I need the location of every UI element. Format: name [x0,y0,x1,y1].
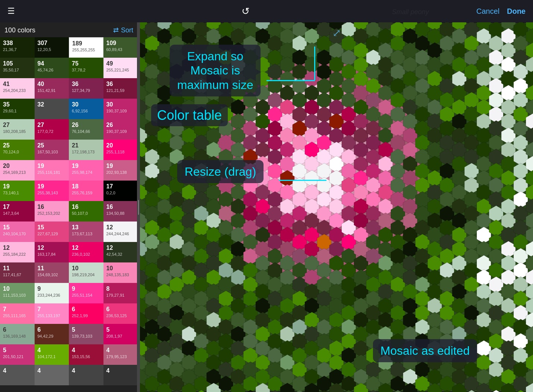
sort-button[interactable]: ⇄ Sort [113,26,133,34]
color-cell[interactable]: 27177,0,72 [35,119,69,140]
color-cell[interactable]: 4104,172,1 [35,344,69,365]
color-cell[interactable]: 9255,51,154 [69,283,103,303]
color-cell[interactable]: 12244,244,246 [103,222,138,242]
color-cell[interactable]: 4179,95,123 [103,344,138,365]
color-cell[interactable]: 30712,20,5 [35,37,69,58]
color-cell[interactable]: 12236,0,102 [69,242,103,262]
cancel-button[interactable]: Cancel [476,7,500,16]
color-cell[interactable]: 189255,255,255 [69,37,103,58]
color-cell[interactable]: 12163,17,84 [35,242,69,262]
color-cell[interactable]: 5139,73,103 [69,324,103,344]
color-cell[interactable]: 18255,76,159 [69,181,103,201]
color-count: 100 colors [4,26,35,34]
color-cell[interactable]: 10198,219,204 [69,262,103,283]
color-cell[interactable]: 6252,1,99 [69,303,103,324]
top-bar-right: Cancel Done [476,7,526,16]
color-cell[interactable]: 6136,169,148 [0,324,35,344]
color-grid: 33821,36,7 30712,20,5 189255,255,255 109… [0,37,138,385]
color-cell[interactable]: 33821,36,7 [0,37,35,58]
top-bar: ☰ ↺ Cancel Done [0,0,533,22]
color-cell[interactable]: 21172,198,173 [69,140,103,160]
color-cell[interactable]: 40151,42,91 [35,78,69,99]
panel-header: 100 colors ⇄ Sort [0,22,138,37]
color-cell[interactable]: 16134,50,88 [103,201,138,222]
color-cell[interactable]: 2570,124,0 [0,140,35,160]
expand-icon[interactable]: ⤢ [332,27,341,39]
color-cell[interactable]: 27180,208,185 [0,119,35,140]
color-cell[interactable]: 41254,204,233 [0,78,35,99]
mosaic-canvas [140,22,533,392]
color-cell[interactable]: 1650,107,0 [69,201,103,222]
color-cell[interactable]: 2676,104,66 [69,119,103,140]
color-cell[interactable]: 10960,89,43 [103,37,138,58]
color-cell[interactable]: 5201,50,121 [0,344,35,365]
color-cell[interactable]: 36121,21,59 [103,78,138,99]
color-cell[interactable]: 1242,54,32 [103,242,138,262]
color-cell[interactable]: 9233,244,236 [35,283,69,303]
color-cell[interactable]: 12255,184,222 [0,242,35,262]
color-cell[interactable]: 19255,38,143 [35,181,69,201]
color-cell[interactable]: 20254,169,213 [0,160,35,181]
hamburger-icon[interactable]: ☰ [7,6,15,16]
color-cell[interactable]: 7255,133,197 [35,303,69,324]
color-cell[interactable]: 30190,37,109 [103,99,138,119]
color-cell[interactable]: 4 [0,365,35,385]
color-cell[interactable]: 19255,116,181 [35,160,69,181]
color-cell[interactable]: 10248,135,183 [103,262,138,283]
color-cell[interactable]: 20255,1,118 [103,140,138,160]
color-cell[interactable]: 306,92,156 [69,99,103,119]
color-cell[interactable]: 11154,69,102 [35,262,69,283]
color-cell[interactable]: 4 [69,365,103,385]
color-cell[interactable]: 25167,50,103 [35,140,69,160]
resize-handle[interactable] [137,22,140,392]
sort-label: Sort [121,26,133,34]
undo-icon[interactable]: ↺ [242,6,250,17]
color-cell[interactable]: 16252,153,202 [35,201,69,222]
color-cell[interactable]: 26190,37,109 [103,119,138,140]
color-cell[interactable]: 8179,27,91 [103,283,138,303]
color-cell[interactable]: 4 [35,365,69,385]
color-cell[interactable]: 32 [35,99,69,119]
color-cell[interactable]: 9445,74,26 [35,58,69,78]
color-cell[interactable]: 17147,3,64 [0,201,35,222]
main-area: ⤢ Expand so Mosaic is maximum size Resiz… [140,22,533,392]
color-cell[interactable]: 11117,41,67 [0,262,35,283]
color-cell[interactable]: 15240,104,170 [0,222,35,242]
color-cell[interactable]: 7537,78,2 [69,58,103,78]
done-button[interactable]: Done [507,7,526,16]
color-cell[interactable]: 10535,50,17 [0,58,35,78]
color-cell[interactable]: 49255,221,245 [103,58,138,78]
left-panel[interactable]: 100 colors ⇄ Sort 33821,36,7 30712,20,5 … [0,22,138,392]
color-cell[interactable]: 1973,140,1 [0,181,35,201]
color-cell[interactable]: 19255,98,174 [69,160,103,181]
color-cell[interactable]: 4153,15,56 [69,344,103,365]
color-cell[interactable]: 7255,111,165 [0,303,35,324]
color-cell[interactable]: 13173,67,113 [69,222,103,242]
color-cell[interactable]: 4 [103,365,138,385]
color-cell[interactable]: 170,2,0 [103,181,138,201]
color-cell[interactable]: 3529,60,1 [0,99,35,119]
color-cell[interactable]: 10111,153,103 [0,283,35,303]
color-cell[interactable]: 15227,67,129 [35,222,69,242]
color-cell[interactable]: 694,42,29 [35,324,69,344]
color-cell[interactable]: 6236,53,125 [103,303,138,324]
color-cell[interactable]: 5208,1,97 [103,324,138,344]
color-cell[interactable]: 36127,34,79 [69,78,103,99]
color-cell[interactable]: 19202,93,138 [103,160,138,181]
sort-arrows-icon: ⇄ [113,26,119,34]
